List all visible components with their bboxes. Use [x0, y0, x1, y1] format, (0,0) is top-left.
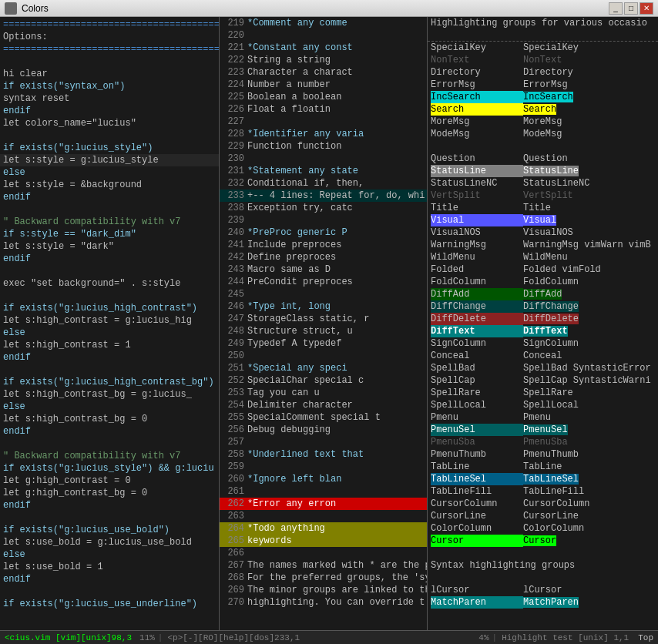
- minimize-button[interactable]: _: [609, 2, 623, 15]
- mid-panel-line: 264 *Todo anything: [220, 522, 427, 535]
- mid-panel-line: 247 StorageClass static, r: [220, 313, 427, 325]
- line-number: 228: [223, 128, 244, 140]
- left-panel-line: hi clear: [0, 68, 219, 80]
- right-header-text: Highlighting groups for various occasio: [431, 17, 647, 29]
- mid-panel-line: 246*Type int, long: [220, 300, 427, 313]
- left-panel-line: let s:use_bold = 1: [0, 561, 219, 573]
- left-panel-line: [0, 203, 219, 216]
- mid-panel-line: 242 Define preproces: [220, 251, 427, 263]
- line-number: 219: [223, 17, 244, 29]
- right-col1: NonText: [431, 54, 523, 66]
- left-line-text: exec "set background=" . s:style: [3, 277, 180, 290]
- mid-line-text: *Identifier any varia: [247, 128, 364, 140]
- mid-panel-line: 256 Debug debugging: [220, 424, 427, 436]
- left-line-text: else: [3, 166, 25, 179]
- left-line-text: endif: [3, 499, 31, 512]
- mid-line-text: *Todo anything: [247, 522, 325, 535]
- right-panel[interactable]: Highlighting groups for various occasioS…: [428, 17, 658, 630]
- left-line-text: let s:high_contrast_bg = 0: [3, 413, 147, 425]
- mid-line-text: *Ignore left blan: [247, 473, 341, 485]
- line-number: 267: [223, 559, 244, 572]
- left-line-text: hi clear: [3, 68, 48, 80]
- left-panel-line: let s:high_contrast = 1: [0, 339, 219, 351]
- right-panel-line: SearchSearch: [428, 103, 658, 116]
- left-panel-line: endif: [0, 573, 219, 585]
- right-col1: Folded: [431, 263, 523, 276]
- mid-line-text: *Error any erron: [247, 498, 336, 510]
- left-panel[interactable]: ========================================…: [0, 17, 220, 630]
- mid-line-text: *Underlined text that: [247, 448, 364, 461]
- right-panel-line: FoldedFolded vimFold: [428, 263, 658, 276]
- right-col1: Visual: [431, 214, 523, 226]
- right-col2: TabLineFill: [523, 485, 584, 498]
- right-panel-line: SpellRareSpellRare: [428, 387, 658, 399]
- left-line-text: if exists("g:lucius_style") && g:luciu: [3, 462, 214, 475]
- left-panel-line: if exists("g:lucius_style"): [0, 142, 219, 154]
- right-panel-line: [428, 140, 658, 153]
- line-number: 242: [223, 251, 244, 263]
- right-col2: SpellRare: [523, 387, 573, 399]
- line-number: 223: [223, 66, 244, 79]
- right-col1: DiffAdd: [431, 288, 523, 300]
- right-col1: CursorColumn: [431, 498, 523, 510]
- mid-line-text: *Special any speci: [247, 362, 347, 374]
- right-panel-line: DiffDeleteDiffDelete: [428, 313, 658, 325]
- mid-panel-line: 241 Include preproces: [220, 239, 427, 251]
- status-top: Top: [633, 633, 658, 642]
- left-panel-line: [0, 364, 219, 376]
- line-number: 233: [223, 190, 244, 202]
- right-col2: lCursor: [523, 584, 562, 596]
- left-panel-line: " Backward compatibility with v7: [0, 450, 219, 462]
- left-panel-line: endif: [0, 351, 219, 364]
- line-number: 243: [223, 263, 244, 276]
- left-panel-line: if exists("g:lucius_use_bold"): [0, 524, 219, 536]
- left-panel-line: if s:style == "dark_dim": [0, 228, 219, 240]
- left-panel-line: if exists("g:lucius_style") && g:luciu: [0, 462, 219, 475]
- mid-panel-line: 250: [220, 350, 427, 362]
- mid-panel-line: 238 Exception try, catc: [220, 202, 427, 214]
- right-panel-line: QuestionQuestion: [428, 153, 658, 165]
- left-line-text: syntax reset: [3, 92, 69, 105]
- right-col1: Cursor: [431, 535, 523, 547]
- right-panel-line: ColorColumnColorColumn: [428, 522, 658, 535]
- left-line-text: if exists("g:lucius_high_contrast"): [3, 302, 197, 314]
- right-panel-line: MoreMsgMoreMsg: [428, 116, 658, 128]
- right-col1: FoldColumn: [431, 276, 523, 288]
- left-line-text: let s:use_bold = 1: [3, 561, 103, 573]
- left-panel-line: let g:high_contrast = 0: [0, 475, 219, 487]
- right-panel-line: SpellCapSpellCap SyntasticWarni: [428, 374, 658, 387]
- line-number: 249: [223, 337, 244, 350]
- left-panel-line: let s:high_contrast = g:lucius_hig: [0, 314, 219, 327]
- left-line-text: let colors_name="lucius": [3, 117, 136, 129]
- right-col1: PmenuSel: [431, 424, 523, 436]
- mid-line-text: The minor groups are linked to th: [247, 584, 427, 596]
- left-panel-line: [0, 55, 219, 68]
- right-col2: WarningMsg vimWarn vimB: [523, 239, 651, 251]
- line-number: 265: [223, 535, 244, 547]
- mid-panel-line: 224 Number a number: [220, 79, 427, 91]
- mid-panel-line: 258*Underlined text that: [220, 448, 427, 461]
- left-line-text: let s:high_contrast = 1: [3, 339, 131, 351]
- line-number: 261: [223, 485, 244, 498]
- right-col2: PmenuSba: [523, 436, 568, 448]
- maximize-button[interactable]: □: [624, 2, 638, 15]
- right-col2: SpecialKey: [523, 42, 579, 54]
- left-panel-line: exec "set background=" . s:style: [0, 277, 219, 290]
- right-col1: PmenuSba: [431, 436, 523, 448]
- mid-panel[interactable]: 219*Comment any comme220221*Constant any…: [220, 17, 428, 630]
- left-line-text: let s:style = g:lucius_style: [3, 154, 159, 166]
- close-button[interactable]: ✕: [640, 2, 653, 15]
- title-bar-buttons: _ □ ✕: [609, 2, 653, 15]
- right-panel-line: [428, 547, 658, 559]
- right-col2: WildMenu: [523, 251, 568, 263]
- left-line-text: let g:high_contrast_bg = 0: [3, 487, 147, 499]
- mid-line-text: The names marked with * are the p: [247, 559, 427, 572]
- left-line-text: if exists("g:lucius_use_bold"): [3, 524, 170, 536]
- mid-line-text: +-- 4 lines: Repeat for, do, whi: [247, 190, 425, 202]
- mid-line-text: keywords: [247, 535, 292, 547]
- mid-panel-line: 254 Delimiter character: [220, 399, 427, 411]
- line-number: 241: [223, 239, 244, 251]
- mid-line-text: SpecialChar special c: [247, 374, 364, 387]
- line-number: 270: [223, 596, 244, 609]
- right-col2: DiffChange: [523, 300, 579, 313]
